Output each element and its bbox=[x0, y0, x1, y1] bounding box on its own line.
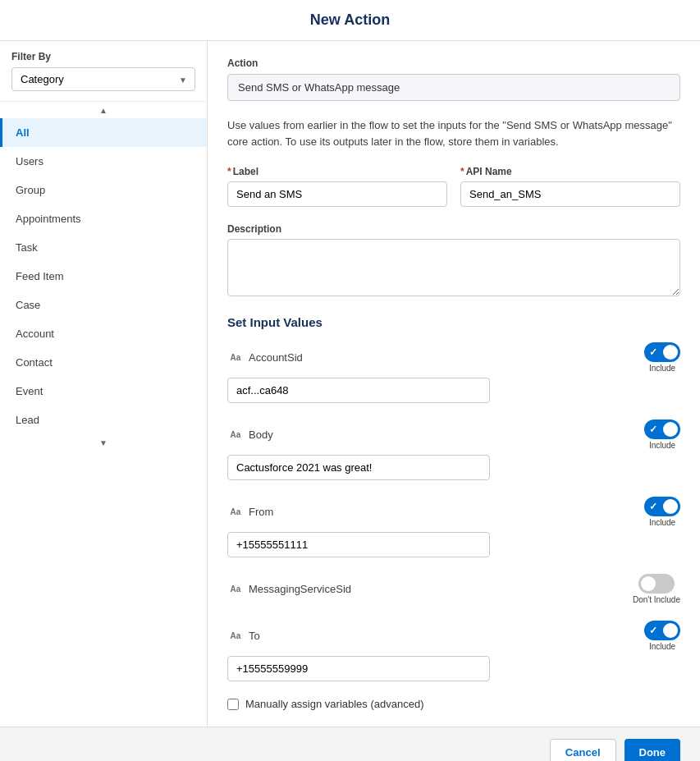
category-filter-select[interactable]: Category bbox=[11, 67, 195, 91]
scroll-down-icon[interactable]: ▼ bbox=[0, 434, 207, 451]
modal-footer: Cancel Done bbox=[0, 727, 700, 761]
modal-title: New Action bbox=[310, 11, 390, 28]
action-field-label: Action bbox=[227, 57, 680, 69]
toggle-body[interactable]: ✓ bbox=[644, 419, 680, 439]
toggle-label-account-sid: Include bbox=[649, 364, 675, 373]
type-icon-to: Aa bbox=[227, 630, 244, 643]
api-name-input[interactable] bbox=[460, 181, 680, 207]
sidebar-item-lead[interactable]: Lead bbox=[0, 406, 207, 434]
label-api-row: *Label *API Name bbox=[227, 166, 680, 207]
advanced-checkbox-row: Manually assign variables (advanced) bbox=[227, 698, 680, 710]
field-label-body: Aa Body bbox=[227, 429, 273, 442]
sidebar-item-event[interactable]: Event bbox=[0, 377, 207, 406]
description-label: Description bbox=[227, 223, 680, 235]
label-input[interactable] bbox=[227, 181, 447, 207]
toggle-group-from: ✓ Include bbox=[644, 497, 680, 527]
field-name-body: Body bbox=[249, 429, 273, 441]
field-row-body: Aa Body ✓ Include bbox=[227, 419, 680, 480]
done-button[interactable]: Done bbox=[625, 739, 681, 761]
sidebar-item-case[interactable]: Case bbox=[0, 291, 207, 319]
sidebar-item-contact[interactable]: Contact bbox=[0, 348, 207, 377]
info-text: Use values from earlier in the flow to s… bbox=[227, 117, 680, 149]
value-input-from[interactable] bbox=[227, 532, 490, 557]
sidebar-item-account[interactable]: Account bbox=[0, 319, 207, 348]
sidebar-item-all[interactable]: All bbox=[0, 118, 207, 147]
toggle-group-to: ✓ Include bbox=[644, 621, 680, 651]
field-header-account-sid: Aa AccountSid ✓ Include bbox=[227, 342, 680, 373]
type-icon-account-sid: Aa bbox=[227, 351, 244, 364]
sidebar: Filter By Category ▼ ▲ All Users Group A… bbox=[0, 41, 208, 727]
required-star-api: * bbox=[460, 166, 464, 177]
field-row-messaging-service-sid: Aa MessagingServiceSid Don't Include bbox=[227, 574, 680, 604]
advanced-checkbox[interactable] bbox=[227, 699, 239, 710]
filter-label: Filter By bbox=[11, 51, 195, 62]
field-header-body: Aa Body ✓ Include bbox=[227, 419, 680, 450]
toggle-account-sid[interactable]: ✓ bbox=[644, 342, 680, 362]
cancel-button[interactable]: Cancel bbox=[550, 739, 616, 761]
sidebar-item-appointments[interactable]: Appointments bbox=[0, 204, 207, 233]
action-field-input[interactable] bbox=[227, 74, 680, 101]
toggle-label-from: Include bbox=[649, 518, 675, 527]
sidebar-item-group[interactable]: Group bbox=[0, 176, 207, 204]
modal-header: New Action bbox=[0, 0, 700, 41]
sidebar-items-list: All Users Group Appointments Task Feed I… bbox=[0, 118, 207, 434]
required-star-label: * bbox=[227, 166, 231, 177]
field-row-from: Aa From ✓ Include bbox=[227, 497, 680, 557]
field-name-account-sid: AccountSid bbox=[249, 351, 303, 364]
scroll-up-icon[interactable]: ▲ bbox=[0, 102, 207, 118]
toggle-label-to: Include bbox=[649, 642, 675, 651]
toggle-group-messaging-service-sid: Don't Include bbox=[633, 574, 680, 604]
field-label-to: Aa To bbox=[227, 630, 260, 643]
toggle-from[interactable]: ✓ bbox=[644, 497, 680, 516]
toggle-label-messaging-service-sid: Don't Include bbox=[633, 595, 680, 604]
field-label-from: Aa From bbox=[227, 506, 273, 519]
field-row-to: Aa To ✓ Include bbox=[227, 621, 680, 681]
field-header-from: Aa From ✓ Include bbox=[227, 497, 680, 527]
advanced-checkbox-label: Manually assign variables (advanced) bbox=[245, 698, 424, 710]
label-field-label: *Label bbox=[227, 166, 447, 177]
filter-select-wrapper: Category ▼ bbox=[11, 67, 195, 91]
type-icon-messaging-service-sid: Aa bbox=[227, 583, 244, 596]
label-group: *Label bbox=[227, 166, 447, 207]
field-name-from: From bbox=[249, 506, 273, 518]
sidebar-item-feed-item[interactable]: Feed Item bbox=[0, 262, 207, 291]
sidebar-item-users[interactable]: Users bbox=[0, 147, 207, 176]
toggle-group-body: ✓ Include bbox=[644, 419, 680, 450]
api-name-group: *API Name bbox=[460, 166, 680, 207]
main-content: Action Use values from earlier in the fl… bbox=[208, 41, 700, 727]
description-wrapper bbox=[227, 239, 680, 299]
toggle-messaging-service-sid[interactable] bbox=[638, 574, 675, 594]
field-label-messaging-service-sid: Aa MessagingServiceSid bbox=[227, 583, 351, 596]
value-input-body[interactable] bbox=[227, 455, 490, 480]
value-input-account-sid[interactable] bbox=[227, 378, 490, 403]
modal-container: New Action Filter By Category ▼ ▲ All Us… bbox=[0, 0, 700, 761]
field-header-messaging-service-sid: Aa MessagingServiceSid Don't Include bbox=[227, 574, 680, 604]
toggle-to[interactable]: ✓ bbox=[644, 621, 680, 640]
sidebar-list-wrapper: ▲ All Users Group Appointments Task Feed… bbox=[0, 102, 207, 727]
field-name-to: To bbox=[249, 630, 260, 642]
description-textarea[interactable] bbox=[227, 239, 680, 296]
action-section: Action bbox=[227, 57, 680, 101]
set-input-values-title: Set Input Values bbox=[227, 315, 680, 329]
filter-section: Filter By Category ▼ bbox=[0, 41, 207, 102]
sidebar-item-task[interactable]: Task bbox=[0, 233, 207, 262]
field-name-messaging-service-sid: MessagingServiceSid bbox=[249, 583, 351, 595]
api-name-field-label: *API Name bbox=[460, 166, 680, 177]
toggle-group-account-sid: ✓ Include bbox=[644, 342, 680, 373]
field-header-to: Aa To ✓ Include bbox=[227, 621, 680, 651]
type-icon-from: Aa bbox=[227, 506, 244, 519]
field-row-account-sid: Aa AccountSid ✓ Include bbox=[227, 342, 680, 403]
value-input-to[interactable] bbox=[227, 656, 490, 681]
type-icon-body: Aa bbox=[227, 429, 244, 442]
toggle-label-body: Include bbox=[649, 441, 675, 450]
field-label-account-sid: Aa AccountSid bbox=[227, 351, 303, 364]
modal-body: Filter By Category ▼ ▲ All Users Group A… bbox=[0, 41, 700, 727]
description-group: Description bbox=[227, 223, 680, 299]
